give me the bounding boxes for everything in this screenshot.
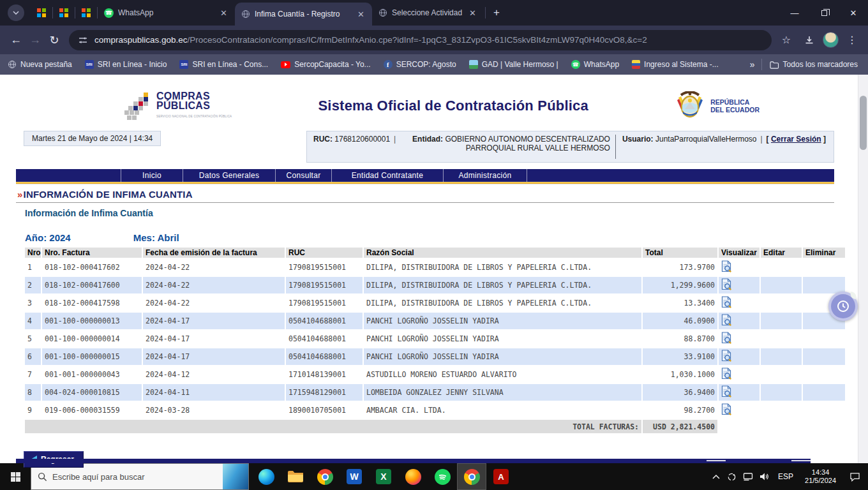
table-row: 3 018-102-000417598 2024-04-22 179081951…	[25, 295, 845, 311]
cell-total: 88.8700	[643, 330, 717, 347]
cell-razon-social: DILIPA, DISTRIBUIDORA DE LIBROS Y PAPELE…	[364, 295, 641, 311]
republic-line2: DEL ECUADOR	[710, 106, 760, 114]
menu-item-inicio[interactable]: Inicio	[121, 169, 183, 182]
tab-close-icon[interactable]: ✕	[356, 10, 366, 19]
visualizar-icon[interactable]	[721, 314, 732, 326]
republic-logo: REPÚBLICA DEL ECUADOR	[675, 91, 760, 121]
tab-infima-cuantia[interactable]: Infima Cuantía - Registro ✕	[235, 3, 372, 26]
cell-visualizar	[719, 348, 760, 365]
menu-item-administracion[interactable]: Administración	[444, 169, 527, 182]
tab-seleccione-actividad[interactable]: Seleccione Actividad a modifica ✕	[372, 0, 484, 26]
profile-avatar[interactable]	[823, 32, 839, 48]
cell-nro: 6	[25, 348, 41, 365]
bookmark-item[interactable]: SRI SRI en Línea - Inicio	[85, 60, 167, 69]
extension-clock-widget[interactable]	[828, 292, 858, 321]
new-tab-button[interactable]: +	[487, 6, 506, 19]
date-box: Martes 21 de Mayo de 2024 | 14:34	[24, 131, 161, 146]
page-scrollbar[interactable]	[858, 75, 868, 463]
tab-whatsapp[interactable]: ☎ WhatsApp ✕	[98, 0, 235, 26]
language-indicator[interactable]: ESP	[772, 472, 800, 481]
microsoft-grid-icon[interactable]	[82, 8, 91, 17]
browser-menu-icon[interactable]: ⋮	[842, 31, 862, 50]
taskbar-clock[interactable]: 14:34 21/5/2024	[800, 468, 841, 485]
table-row: 2 018-102-000417600 2024-04-22 179081951…	[25, 277, 845, 293]
menu-item-entidad-contratante[interactable]: Entidad Contratante	[332, 169, 444, 182]
cell-nro: 1	[25, 259, 41, 276]
cell-editar	[761, 366, 802, 383]
browser-tab-bar: ☎ WhatsApp ✕ Infima Cuantía - Registro ✕…	[0, 0, 868, 26]
cell-eliminar	[803, 348, 845, 365]
cell-factura: 019-006-000031559	[42, 402, 142, 419]
visualizar-icon[interactable]	[721, 368, 732, 380]
bookmark-item[interactable]: SercopCapacita - Yo...	[281, 60, 370, 69]
sri-icon: SRI	[179, 60, 188, 69]
compras-publicas-logo: COMPRAS PÚBLICAS SERVICIO NACIONAL DE CO…	[124, 91, 232, 121]
minimize-button[interactable]: ―	[780, 0, 809, 26]
refresh-button[interactable]: ↻	[45, 31, 64, 50]
cell-editar	[761, 402, 802, 419]
visualizar-icon[interactable]	[721, 296, 732, 308]
cell-eliminar	[803, 402, 845, 419]
restore-button[interactable]	[809, 0, 839, 26]
bookmark-item[interactable]: Nueva pestaña	[8, 60, 72, 69]
session-box: RUC: 1768120600001| Entidad: GOBIERNO AU…	[306, 131, 834, 163]
bookmark-item[interactable]: Ingreso al Sistema -...	[632, 60, 719, 69]
bookmark-star-icon[interactable]: ☆	[777, 31, 796, 50]
table-row: 9 019-006-000031559 2024-03-28 189001070…	[25, 402, 845, 419]
volume-icon[interactable]	[756, 472, 772, 481]
visualizar-icon[interactable]	[721, 260, 732, 272]
clock-time: 14:34	[805, 468, 836, 477]
cell-visualizar	[719, 295, 760, 311]
cell-visualizar	[719, 384, 760, 401]
downloads-icon[interactable]	[800, 31, 819, 50]
cell-factura: 001-100-000000015	[42, 348, 142, 365]
menu-item-consultar[interactable]: Consultar	[276, 169, 332, 182]
period-row: Año: 2024 Mes: Abril	[25, 232, 834, 243]
cell-razon-social: DILIPA, DISTRIBUIDORA DE LIBROS Y PAPELE…	[364, 277, 641, 293]
visualizar-icon[interactable]	[721, 385, 732, 397]
bookmark-item[interactable]: ☎ WhatsApp	[571, 60, 619, 69]
visualizar-icon[interactable]	[721, 278, 732, 290]
visualizar-icon[interactable]	[721, 332, 732, 344]
windows-logo-icon	[11, 472, 20, 482]
close-window-button[interactable]: ✕	[839, 0, 868, 26]
network-icon[interactable]	[740, 472, 756, 481]
cell-total: 33.9100	[643, 348, 717, 365]
cell-factura: 001-001-000000043	[42, 366, 142, 383]
visualizar-icon[interactable]	[721, 403, 732, 415]
entity-field: Entidad: GOBIERNO AUTONOMO DESCENTRALIZA…	[400, 134, 615, 152]
menu-item-datos-generales[interactable]: Datos Generales	[183, 169, 276, 182]
window-controls: ― ✕	[780, 0, 868, 26]
visualizar-icon[interactable]	[721, 350, 732, 362]
bookmark-item[interactable]: f SERCOP: Agosto	[384, 60, 456, 69]
microsoft-grid-icon[interactable]	[59, 8, 68, 17]
bookmark-item[interactable]: SRI SRI en Línea - Cons...	[179, 60, 268, 69]
table-row: 5 001-100-000000014 2024-04-17 050410468…	[25, 330, 845, 347]
total-label: TOTAL FACTURAS:	[25, 420, 641, 433]
chevron-down-icon	[13, 11, 19, 15]
site-info-icon[interactable]	[78, 35, 88, 45]
forward-button[interactable]: →	[26, 31, 45, 50]
globe-icon	[241, 10, 250, 19]
all-bookmarks-button[interactable]: Todos los marcadores	[770, 60, 858, 69]
cell-editar	[761, 295, 802, 311]
tab-search-button[interactable]	[8, 4, 24, 21]
ecuador-coat-of-arms-icon	[675, 91, 705, 121]
tab-title: Seleccione Actividad a modifica	[392, 8, 463, 17]
tab-close-icon[interactable]: ✕	[468, 8, 477, 18]
gold-divider	[16, 182, 834, 184]
logout-link[interactable]: Cerrar Sesión	[771, 135, 821, 144]
tray-expand-icon[interactable]	[708, 474, 724, 479]
action-center-icon[interactable]	[841, 472, 868, 482]
search-highlight-image[interactable]	[223, 464, 248, 489]
tab-close-icon[interactable]: ✕	[219, 8, 228, 18]
scrollbar-thumb[interactable]	[860, 96, 867, 150]
bookmark-item[interactable]: GAD | Valle Hermoso |	[469, 60, 558, 69]
tray-system-icon[interactable]	[724, 472, 740, 482]
cell-nro: 3	[25, 295, 41, 311]
back-button[interactable]: ←	[6, 31, 26, 50]
bookmarks-overflow-button[interactable]: »	[744, 59, 761, 70]
microsoft-grid-icon[interactable]	[37, 8, 46, 17]
address-bar[interactable]: compraspublicas.gob.ec/ProcesoContrataci…	[69, 30, 772, 50]
cell-fecha: 2024-04-17	[143, 348, 285, 365]
